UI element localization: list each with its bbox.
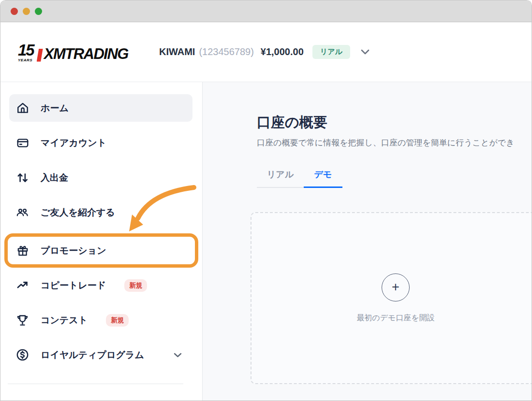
dollar-circle-icon [16,348,29,361]
trophy-icon [16,314,29,327]
demo-accounts-empty-state: + 最初のデモ口座を開設 [251,212,532,384]
account-switcher[interactable]: KIWAMI (123456789) ¥1,000.00 リアル [159,45,369,59]
sidebar-item-home[interactable]: ホーム [9,94,192,122]
sidebar-item-loyalty-program[interactable]: ロイヤルティプログラム [9,341,192,369]
annotation-highlight-box: プロモーション [4,233,198,268]
page-title: 口座の概要 [257,113,532,132]
account-tabs: リアル デモ [257,169,532,188]
account-number: (123456789) [199,46,253,57]
tab-demo[interactable]: デモ [304,169,342,188]
account-balance: ¥1,000.00 [261,46,304,57]
logo-brand: XMTRADING [44,46,128,61]
account-type-badge: リアル [312,45,350,59]
chevron-down-icon [174,353,182,358]
sidebar-item-label: コンテスト [41,314,88,327]
empty-state-label: 最初のデモ口座を開設 [356,313,435,323]
sidebar-item-promotions[interactable]: プロモーション [8,237,195,264]
logo-15: 15 [18,42,34,58]
tab-real[interactable]: リアル [257,169,304,188]
gift-icon [16,244,29,257]
sidebar-item-label: 入出金 [41,172,68,184]
sidebar-item-deposit-withdraw[interactable]: 入出金 [9,164,192,191]
app-header: 15 YEARS XMTRADING KIWAMI (123456789) ¥1… [0,22,532,82]
sidebar-item-label: ご友人を紹介する [41,206,115,219]
account-name: KIWAMI [159,46,195,57]
card-icon [16,136,29,149]
sidebar-item-label: ロイヤルティプログラム [41,349,144,361]
chevron-down-icon[interactable] [361,49,369,55]
main-content: 口座の概要 口座の概要で常に情報を把握し、口座の管理を簡単に行うことができ リア… [203,82,532,401]
close-button[interactable] [11,8,18,15]
sidebar-item-label: マイアカウント [41,137,106,149]
sidebar-item-my-account[interactable]: マイアカウント [9,129,192,157]
xmtrading-logo: 15 YEARS XMTRADING [18,42,128,62]
new-badge: 新規 [106,314,129,327]
app-window: 15 YEARS XMTRADING KIWAMI (123456789) ¥1… [0,0,532,401]
sidebar-item-label: ホーム [41,102,69,115]
sidebar-item-label: コピートレード [41,279,106,292]
sidebar-item-refer-friends[interactable]: ご友人を紹介する [9,199,192,226]
people-icon [16,206,29,219]
macos-titlebar [0,0,532,22]
add-demo-account-button[interactable]: + [382,273,410,301]
minimize-button[interactable] [23,8,30,15]
logo-years: YEARS [18,58,32,62]
logo-red-slash-icon [37,49,43,62]
sidebar-nav: ホーム マイアカウント 入出金 ご友人を紹介する [0,82,203,401]
zoom-button[interactable] [35,8,42,15]
arrows-up-down-icon [16,171,29,184]
sidebar-item-copy-trade[interactable]: コピートレード 新規 [9,272,192,299]
sidebar-item-contest[interactable]: コンテスト 新規 [9,306,192,334]
sidebar-item-label: プロモーション [41,244,106,257]
home-icon [16,101,29,115]
sidebar-divider [8,384,183,384]
new-badge: 新規 [124,279,147,292]
trending-up-icon [16,279,29,292]
page-subtitle: 口座の概要で常に情報を把握し、口座の管理を簡単に行うことができ [257,137,532,148]
